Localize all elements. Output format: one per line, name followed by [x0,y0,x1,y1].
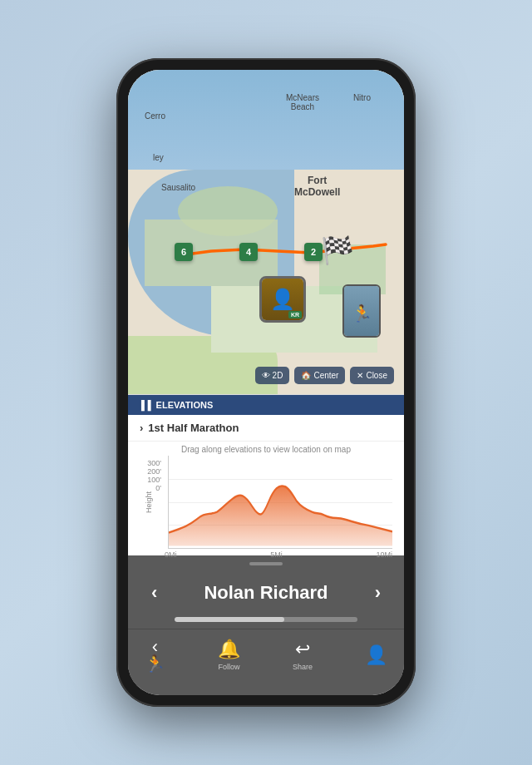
chart-area: Height 300' 200' 100' 0' [140,456,392,549]
phone-frame: McNearsBeach Nitro Cerro ley Sausalito F… [116,58,416,707]
runner-avatar-1[interactable]: 👤 KR [259,276,306,323]
elevation-title-row[interactable]: › 1st Half Marathon [128,415,404,442]
runner-name: Nolan Richard [204,582,328,604]
bell-icon: 🔔 [218,639,240,660]
elevation-section-label: 1st Half Marathon [148,422,239,434]
waypoint-6: 6 [175,243,193,261]
runner-progress-fill [175,617,284,622]
bottom-panel: ‹ Nolan Richard › ‹ 🏃 🔔 Follow ↩ [128,555,404,695]
map-section: McNearsBeach Nitro Cerro ley Sausalito F… [128,70,404,394]
scroll-indicator [249,562,283,565]
nav-item-share[interactable]: ↩ Share [293,639,313,671]
eye-icon: 👁 [262,371,270,380]
chart-plot [168,456,392,549]
map-btn-center-label: Center [313,371,338,380]
elevations-bar-icon: ▐▐ [138,400,151,410]
runner-progress-bar [175,617,357,622]
home-icon: 🏠 [301,371,311,380]
y-label-100: 100' [140,476,165,484]
x-label-0mi: 0Mi [165,550,177,559]
elevation-chart-svg [169,456,392,548]
map-btn-2d[interactable]: 👁 2D [255,367,290,384]
map-btn-close[interactable]: ✕ Close [350,367,394,384]
axis-title-height: Height [145,491,153,513]
prev-runner-button[interactable]: ‹ [145,579,164,607]
nav-item-follow[interactable]: 🔔 Follow [218,639,240,671]
runner-avatar-2-image: 🏃 [344,286,379,336]
elevation-hint: Drag along elevations to view location o… [128,442,404,456]
profile-icon: 👤 [365,644,387,666]
x-label-10mi: 10Mi [376,550,392,559]
waypoint-4: 4 [239,243,258,261]
x-axis-labels: 0Mi 5Mi 10Mi [140,549,392,559]
elevation-chevron-icon: › [140,422,143,434]
finish-flag-icon: 🏁 [321,234,354,266]
chart-y-axis: Height 300' 200' 100' 0' [140,456,168,549]
nav-item-back-runner[interactable]: ‹ 🏃 [145,636,165,674]
map-btn-center[interactable]: 🏠 Center [294,367,345,384]
follow-label: Follow [218,663,239,671]
runner-icon: 🏃 [145,654,165,674]
share-label: Share [293,663,313,671]
x-label-5mi: 5Mi [270,550,283,559]
map-controls: 👁 2D 🏠 Center ✕ Close [255,367,394,384]
next-runner-button[interactable]: › [368,579,387,607]
phone-screen: McNearsBeach Nitro Cerro ley Sausalito F… [128,70,404,695]
runner-avatar-2[interactable]: 🏃 [342,284,381,338]
runner-nav: ‹ Nolan Richard › [128,572,404,614]
y-label-200: 200' [140,467,165,476]
map-btn-close-label: Close [366,371,387,380]
nav-item-profile[interactable]: 👤 [365,644,387,666]
map-btn-2d-label: 2D [273,371,283,380]
waypoint-2: 2 [304,243,323,261]
route-svg [128,70,404,394]
y-label-300: 300' [140,459,165,467]
y-labels: 300' 200' 100' 0' [140,456,165,496]
chart-container[interactable]: Height 300' 200' 100' 0' [128,456,404,555]
avatar-label-kr: KR [288,311,302,318]
elevation-section: ▐▐ ELEVATIONS › 1st Half Marathon Drag a… [128,394,404,555]
close-icon: ✕ [357,371,363,380]
bottom-nav: ‹ 🏃 🔔 Follow ↩ Share 👤 [128,629,404,685]
share-icon: ↩ [295,639,310,660]
elevation-header: ▐▐ ELEVATIONS [128,395,404,415]
elevations-header-label: ELEVATIONS [156,400,214,410]
